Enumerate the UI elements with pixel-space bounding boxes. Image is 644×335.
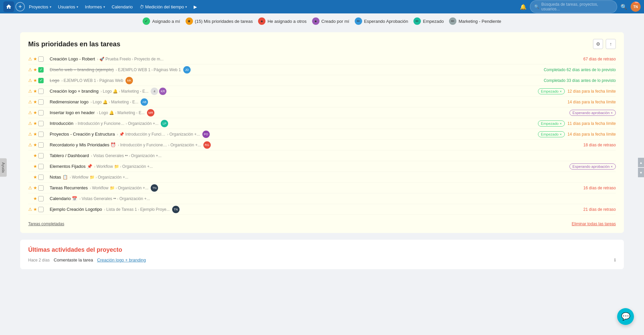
filter-creado-mi[interactable]: ● Creado por mí bbox=[312, 17, 349, 25]
table-row: ⚠ ★ ✓ Diseño web – branding (ejemplo) › … bbox=[28, 64, 616, 75]
nav-play[interactable]: ▶ bbox=[191, 3, 200, 11]
task-checkbox[interactable] bbox=[38, 175, 44, 180]
filter-bar: ✓ Asignado a mí ★ (15) Mis prioridades d… bbox=[0, 13, 644, 29]
star-icon[interactable]: ★ bbox=[33, 142, 37, 147]
filter-green-dot: ✓ bbox=[143, 17, 150, 25]
nav-calendario[interactable]: Calendario bbox=[109, 3, 136, 11]
filter-asignado[interactable]: ✓ Asignado a mí bbox=[143, 17, 180, 25]
path-arrow-icon: › bbox=[94, 164, 96, 169]
nav-medicion[interactable]: ⏱ Medición del tiempo ▾ bbox=[137, 3, 190, 11]
path-item: Organización +... bbox=[131, 153, 161, 158]
search-bar[interactable]: 🔍 Búsqueda de tareas, proyectos, usuario… bbox=[530, 0, 617, 13]
proyectos-caret-icon: ▾ bbox=[50, 5, 51, 9]
nav-informes[interactable]: Informes ▾ bbox=[82, 3, 108, 11]
search-icon-btn[interactable]: 🔍 bbox=[621, 4, 627, 10]
task-name[interactable]: Introducción bbox=[50, 121, 73, 126]
scroll-down-button[interactable]: ▼ bbox=[638, 168, 644, 177]
nav-proyectos[interactable]: Proyectos ▾ bbox=[26, 3, 54, 11]
nav-usuarios[interactable]: Usuarios ▾ bbox=[55, 3, 81, 11]
help-panel[interactable]: Ayuda bbox=[0, 158, 7, 177]
filter-esperando[interactable]: ✏ Esperando Aprobación bbox=[355, 17, 408, 25]
filter-asignado-otros[interactable]: ● He asignado a otros bbox=[258, 17, 306, 25]
settings-button[interactable]: ⚙ bbox=[593, 39, 603, 49]
star-icon[interactable]: ★ bbox=[33, 185, 37, 190]
task-icons: ⚠ ★ bbox=[28, 110, 50, 115]
delete-all-tasks-link[interactable]: Eliminar todas las tareas bbox=[572, 222, 616, 226]
task-name[interactable]: Recordatorio y Mis Prioridades ⏰ bbox=[50, 142, 116, 147]
task-status: Empezado × 14 días para la fecha límite bbox=[538, 131, 616, 137]
star-icon[interactable]: ★ bbox=[33, 132, 37, 137]
chat-button[interactable]: 💬 bbox=[617, 308, 634, 325]
task-name[interactable]: Notas 📋 bbox=[50, 175, 68, 180]
task-checkbox[interactable] bbox=[38, 153, 44, 158]
topnav-right: 🔔 🔍 Búsqueda de tareas, proyectos, usuar… bbox=[520, 0, 641, 13]
star-icon[interactable]: ★ bbox=[33, 56, 37, 61]
warning-icon: ⚠ bbox=[28, 132, 32, 137]
star-icon[interactable]: ★ bbox=[33, 78, 37, 83]
avatar: MR bbox=[147, 109, 154, 116]
filter-marketing[interactable]: ✏ Marketing - Pendiente bbox=[449, 17, 501, 25]
card-footer: Tareas completadas Eliminar todas las ta… bbox=[28, 219, 616, 226]
task-checkbox[interactable]: ✓ bbox=[38, 67, 44, 73]
warning-icon: ⚠ bbox=[28, 121, 32, 126]
star-icon[interactable]: ★ bbox=[33, 121, 37, 126]
path-arrow-icon: › bbox=[91, 154, 92, 158]
task-name[interactable]: Proyectos - Creación y Estructura bbox=[50, 132, 115, 137]
star-icon[interactable]: ★ bbox=[33, 153, 37, 158]
star-icon[interactable]: ★ bbox=[33, 164, 37, 169]
task-icons: ⚠ ★ bbox=[28, 121, 50, 126]
task-name[interactable]: Creación logo + branding bbox=[50, 89, 99, 94]
task-checkbox[interactable] bbox=[38, 99, 44, 105]
task-name[interactable]: Calendario 📅 bbox=[50, 196, 78, 201]
star-icon[interactable]: ★ bbox=[33, 110, 37, 115]
path-item: Logo 🔔 bbox=[93, 100, 108, 104]
task-checkbox[interactable] bbox=[38, 121, 44, 126]
task-name[interactable]: Creación Logo - Robert bbox=[50, 56, 95, 61]
star-icon[interactable]: ★ bbox=[33, 67, 37, 72]
task-checkbox[interactable]: ✓ bbox=[38, 78, 44, 83]
task-checkbox[interactable] bbox=[38, 56, 44, 62]
notification-bell[interactable]: 🔔 bbox=[520, 4, 527, 10]
star-icon[interactable]: ★ bbox=[33, 196, 37, 201]
task-path: › Workflow 📁 › Organización +... bbox=[70, 175, 616, 180]
task-name[interactable]: Insertar logo en header bbox=[50, 110, 95, 115]
home-button[interactable] bbox=[3, 1, 14, 12]
task-name[interactable]: Redimensionar logo bbox=[50, 99, 89, 104]
filter-empezado[interactable]: ✏ Empezado bbox=[413, 17, 444, 25]
completed-tasks-link[interactable]: Tareas completadas bbox=[28, 222, 64, 226]
task-checkbox[interactable] bbox=[38, 185, 44, 191]
export-button[interactable]: ↑ bbox=[606, 39, 616, 49]
task-name[interactable]: Ejemplo Creación Logotipo bbox=[50, 207, 102, 212]
star-icon[interactable]: ★ bbox=[33, 175, 37, 180]
task-checkbox[interactable] bbox=[38, 196, 44, 201]
task-checkbox[interactable] bbox=[38, 207, 44, 212]
filter-mis-prioridades[interactable]: ★ (15) Mis prioridades de tareas bbox=[186, 17, 253, 25]
table-row: ⚠ ★ Creación logo + branding › Logo 🔔 › … bbox=[28, 86, 616, 97]
task-name[interactable]: Diseño web – branding (ejemplo) bbox=[50, 67, 114, 72]
task-checkbox[interactable] bbox=[38, 110, 44, 115]
task-path: › 📌 Introducción y Funciones 🚀 › Organiz… bbox=[117, 131, 538, 138]
task-name[interactable]: Tareas Recurrentes bbox=[50, 185, 88, 190]
task-name[interactable]: Tablero / Dashboard bbox=[50, 153, 89, 158]
star-icon[interactable]: ★ bbox=[33, 99, 37, 104]
usuarios-caret-icon: ▾ bbox=[77, 5, 78, 9]
task-checkbox[interactable] bbox=[38, 142, 44, 148]
star-icon[interactable]: ★ bbox=[33, 207, 37, 212]
path-arrow-icon: › bbox=[117, 132, 118, 136]
user-avatar[interactable]: TN TRIAL bbox=[631, 2, 641, 12]
scroll-up-button[interactable]: ▲ bbox=[638, 158, 644, 167]
activity-link[interactable]: Creación logo + branding bbox=[97, 257, 146, 262]
task-checkbox[interactable] bbox=[38, 132, 44, 137]
avatar: AB bbox=[141, 98, 148, 106]
path-item: Páginas Web bbox=[99, 78, 123, 83]
task-checkbox[interactable] bbox=[38, 89, 44, 94]
task-checkbox[interactable] bbox=[38, 164, 44, 169]
task-name[interactable]: Elementos Fijados 📌 bbox=[50, 164, 92, 169]
add-button[interactable]: + bbox=[15, 2, 25, 11]
path-arrow-icon: › bbox=[119, 89, 120, 93]
path-item: Proyecto de m... bbox=[134, 57, 163, 61]
star-icon[interactable]: ★ bbox=[33, 89, 37, 94]
task-path: › EJEMPLO WEB 1 › Páginas Web MK bbox=[61, 77, 544, 84]
task-name[interactable]: Logo bbox=[50, 78, 59, 83]
task-icons: ⚠ ★ ✓ bbox=[28, 78, 50, 83]
